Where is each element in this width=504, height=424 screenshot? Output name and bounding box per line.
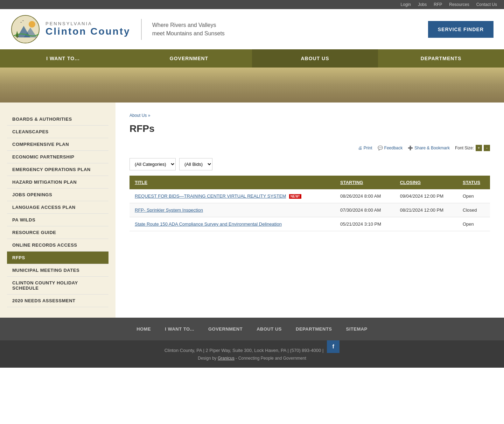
row-starting-cell: 05/21/2024 3:10 PM: [335, 217, 395, 231]
footer-about-us-link[interactable]: ABOUT US: [257, 326, 282, 332]
rfp-link[interactable]: RFP: [434, 2, 442, 7]
svg-point-3: [29, 21, 35, 28]
font-size-controls: Font Size: + -: [455, 145, 490, 151]
logo-icon: [10, 14, 40, 44]
sidebar-item-economic-partnership[interactable]: ECONOMIC PARTNERSHIP: [7, 151, 108, 163]
category-filter[interactable]: (All Categories): [130, 158, 176, 170]
row-status-cell: Open: [457, 217, 490, 231]
tagline: Where Rivers and Valleysmeet Mountains a…: [152, 21, 225, 38]
jobs-link[interactable]: Jobs: [418, 2, 427, 7]
facebook-icon: f: [327, 340, 340, 353]
table-row: State Route 150 ADA Compliance Survey an…: [130, 217, 490, 231]
sidebar-item-boards[interactable]: BOARDS & AUTHORITIES: [7, 113, 108, 126]
main-nav: I WANT TO... GOVERNMENT ABOUT US DEPARTM…: [0, 49, 504, 68]
row-closing-cell: 08/21/2024 12:00 PM: [395, 203, 457, 217]
font-decrease-button[interactable]: -: [484, 145, 490, 151]
granicus-link[interactable]: Granicus: [218, 356, 234, 361]
print-link[interactable]: 🖨 Print: [358, 146, 372, 150]
feedback-link[interactable]: 💬 Feedback: [378, 146, 403, 150]
contact-us-link[interactable]: Contact Us: [476, 2, 497, 7]
svg-rect-5: [17, 36, 18, 38]
footer-sitemap-link[interactable]: SITEMAP: [346, 326, 368, 332]
footer-nav: HOME I WANT TO... GOVERNMENT ABOUT US DE…: [0, 318, 504, 340]
font-increase-button[interactable]: +: [476, 145, 482, 151]
footer-government-link[interactable]: GOVERNMENT: [208, 326, 243, 332]
hero-banner: [0, 68, 504, 103]
table-row: REQUEST FOR BIDS—TRAINING CENTER VIRTUAL…: [130, 189, 490, 203]
col-starting: STARTING: [335, 176, 395, 189]
sidebar-item-comprehensive-plan[interactable]: COMPREHENSIVE PLAN: [7, 138, 108, 151]
print-icon: 🖨: [358, 146, 362, 150]
page-title: RFPs: [130, 123, 490, 138]
sidebar-item-pa-wilds[interactable]: PA WILDS: [7, 214, 108, 226]
sidebar-item-needs-assessment[interactable]: 2020 NEEDS ASSESSMENT: [7, 295, 108, 307]
rfp-title-link[interactable]: State Route 150 ADA Compliance Survey an…: [135, 221, 282, 227]
rfp-title-link[interactable]: RFP- Sprinkler System Inspection: [135, 207, 203, 213]
row-title-cell: RFP- Sprinkler System Inspection: [130, 203, 335, 217]
row-starting-cell: 07/30/2024 8:00 AM: [335, 203, 395, 217]
sidebar-item-hazard-mitigation[interactable]: HAZARD MITIGATION PLAN: [7, 176, 108, 189]
rfp-table: TITLE STARTING CLOSING STATUS: [130, 176, 490, 231]
share-icon: ➕: [408, 146, 413, 150]
footer-departments-link[interactable]: DEPARTMENTS: [296, 326, 332, 332]
facebook-link[interactable]: f: [327, 344, 340, 349]
footer-design-text: Design by: [198, 356, 218, 361]
col-title-sort[interactable]: TITLE: [135, 180, 147, 185]
footer-address: Clinton County, PA | 2 Piper Way, Suite …: [164, 348, 324, 353]
feedback-icon: 💬: [378, 146, 383, 150]
login-link[interactable]: Login: [401, 2, 411, 7]
logo-title: PENNSYLVANIA Clinton County: [46, 21, 131, 37]
col-title: TITLE: [130, 176, 335, 189]
row-status-cell: Open: [457, 189, 490, 203]
page-layout: BOARDS & AUTHORITIES CLEANSCAPES COMPREH…: [0, 103, 504, 318]
footer-bottom: Design by Granicus - Connecting People a…: [10, 356, 493, 361]
top-utility-bar: Login Jobs RFP Resources Contact Us: [0, 0, 504, 9]
row-status-cell: Closed: [457, 203, 490, 217]
footer-home-link[interactable]: HOME: [136, 326, 151, 332]
nav-i-want-to[interactable]: I WANT TO...: [0, 49, 126, 68]
sidebar-item-holiday-schedule[interactable]: CLINTON COUNTY HOLIDAY SCHEDULE: [7, 277, 108, 295]
logo-text-block: PENNSYLVANIA Clinton County: [46, 21, 131, 37]
table-row: RFP- Sprinkler System Inspection 07/30/2…: [130, 203, 490, 217]
sidebar-item-language-access[interactable]: LANGUAGE ACCESS PLAN: [7, 201, 108, 214]
row-title-cell: REQUEST FOR BIDS—TRAINING CENTER VIRTUAL…: [130, 189, 335, 203]
nav-about-us[interactable]: ABOUT US: [252, 49, 378, 68]
footer-info: Clinton County, PA | 2 Piper Way, Suite …: [0, 340, 504, 368]
footer-address-row: Clinton County, PA | 2 Piper Way, Suite …: [10, 347, 493, 353]
main-content: About Us » RFPs 🖨 Print 💬 Feedback ➕ Sha…: [115, 103, 504, 318]
nav-departments[interactable]: DEPARTMENTS: [378, 49, 504, 68]
sidebar-item-online-records[interactable]: ONLINE RECORDS ACCESS: [7, 239, 108, 252]
sidebar-item-rfps[interactable]: RFPS: [7, 252, 108, 264]
site-header: PENNSYLVANIA Clinton County Where Rivers…: [0, 9, 504, 49]
sidebar-item-cleanscapes[interactable]: CLEANSCAPES: [7, 126, 108, 138]
action-bar: 🖨 Print 💬 Feedback ➕ Share & Bookmark Fo…: [130, 145, 490, 151]
row-closing-cell: [395, 217, 457, 231]
footer-social: f: [327, 340, 340, 353]
sidebar-item-jobs-openings[interactable]: JOBS OPENINGS: [7, 189, 108, 201]
share-bookmark-link[interactable]: ➕ Share & Bookmark: [408, 146, 450, 150]
footer-design-suffix: - Connecting People and Government: [234, 356, 306, 361]
logo-area: PENNSYLVANIA Clinton County Where Rivers…: [10, 14, 225, 44]
col-status-sort[interactable]: STATUS: [463, 180, 480, 185]
resources-link[interactable]: Resources: [449, 2, 469, 7]
breadcrumb: About Us »: [130, 113, 490, 118]
row-starting-cell: 08/26/2024 8:00 AM: [335, 189, 395, 203]
row-title-cell: State Route 150 ADA Compliance Survey an…: [130, 217, 335, 231]
filter-row: (All Categories) (All Bids): [130, 158, 490, 170]
rfp-title-link[interactable]: REQUEST FOR BIDS—TRAINING CENTER VIRTUAL…: [135, 193, 286, 199]
col-starting-sort[interactable]: STARTING: [340, 180, 363, 185]
col-closing-sort[interactable]: CLOSING: [400, 180, 421, 185]
sidebar-item-municipal-meetings[interactable]: MUNICIPAL MEETING DATES: [7, 264, 108, 277]
bids-filter[interactable]: (All Bids): [179, 158, 212, 170]
sidebar: BOARDS & AUTHORITIES CLEANSCAPES COMPREH…: [0, 103, 115, 318]
breadcrumb-link[interactable]: About Us »: [130, 113, 150, 118]
sidebar-item-resource-guide[interactable]: RESOURCE GUIDE: [7, 226, 108, 239]
nav-government[interactable]: GOVERNMENT: [126, 49, 252, 68]
row-closing-cell: 09/04/2024 12:00 PM: [395, 189, 457, 203]
logo-subtitle: PENNSYLVANIA: [46, 21, 131, 26]
service-finder-button[interactable]: SERVICE FINDER: [428, 21, 493, 38]
sidebar-item-emergency-ops[interactable]: EMERGENCY OPERATIONS PLAN: [7, 163, 108, 176]
footer-i-want-to-link[interactable]: I WANT TO...: [165, 326, 194, 332]
table-header-row: TITLE STARTING CLOSING STATUS: [130, 176, 490, 189]
logo-divider: [141, 19, 142, 40]
